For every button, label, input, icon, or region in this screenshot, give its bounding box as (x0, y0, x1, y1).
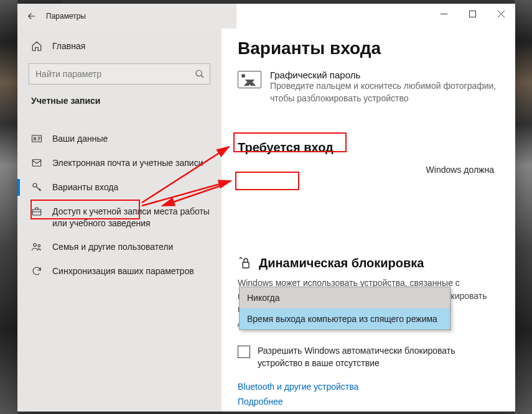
dropdown-option-never[interactable]: Никогда (240, 287, 450, 308)
checkbox-label: Разрешить Windows автоматически блокиров… (258, 345, 499, 369)
svg-rect-4 (32, 160, 41, 167)
sidebar-item-label: Синхронизация ваших параметров (52, 265, 210, 277)
window-controls (429, 4, 515, 24)
back-button[interactable] (17, 4, 46, 29)
link-bluetooth[interactable]: Bluetooth и другие устройства (238, 382, 499, 392)
person-card-icon (31, 133, 42, 144)
titlebar: Параметры (17, 4, 515, 29)
sidebar-item-email[interactable]: Электронная почта и учетные записи (17, 151, 222, 175)
home-button[interactable]: Главная (17, 34, 222, 58)
sidebar-item-your-info[interactable]: Ваши данные (17, 127, 222, 151)
dropdown-option-sleep[interactable]: Время выхода компьютера из спящего режим… (240, 308, 450, 329)
svg-rect-0 (469, 11, 475, 17)
svg-rect-9 (243, 262, 249, 268)
briefcase-icon (31, 206, 42, 217)
sidebar-item-label: Ваши данные (52, 133, 210, 145)
require-signin-trailtext: Windows должна (238, 165, 499, 175)
dynamic-lock-heading: Динамическая блокировка (259, 256, 424, 270)
app-title: Параметры (46, 12, 86, 21)
dynamic-lock-checkbox-row[interactable]: Разрешить Windows автоматически блокиров… (238, 345, 499, 369)
search-input[interactable] (35, 69, 195, 79)
home-label: Главная (52, 41, 85, 51)
settings-window: Параметры Главная Учетные записи Ваши да… (17, 4, 515, 412)
link-more[interactable]: Подробнее (238, 397, 499, 407)
page-title: Варианты входа (238, 39, 499, 58)
close-button[interactable] (487, 4, 515, 24)
checkbox[interactable] (238, 346, 250, 358)
svg-point-8 (38, 245, 40, 247)
sidebar-item-label: Варианты входа (52, 182, 210, 193)
search-box[interactable] (29, 63, 210, 85)
search-icon (195, 69, 205, 79)
svg-point-5 (33, 183, 37, 187)
picture-icon (238, 71, 261, 88)
picture-password-option[interactable]: Графический пароль Проведите пальцем и к… (238, 70, 499, 104)
nav-list: Ваши данные Электронная почта и учетные … (17, 127, 222, 283)
svg-rect-6 (32, 209, 41, 215)
maximize-button[interactable] (458, 4, 487, 24)
dynamic-lock-icon (238, 255, 253, 270)
sidebar-item-label: Доступ к учетной записи места работы или… (52, 206, 210, 229)
minimize-button[interactable] (429, 4, 458, 24)
sidebar-item-sync[interactable]: Синхронизация ваших параметров (17, 259, 222, 283)
mail-icon (31, 157, 42, 168)
svg-point-7 (34, 244, 37, 247)
people-icon (31, 241, 42, 252)
sidebar-item-signin-options[interactable]: Варианты входа (17, 175, 222, 200)
sync-icon (31, 265, 42, 277)
sidebar-item-label: Семья и другие пользователи (52, 241, 210, 253)
svg-point-1 (196, 70, 202, 76)
picture-password-desc: Проведите пальцем и коснитесь любимой фо… (270, 80, 499, 104)
sidebar: Главная Учетные записи Ваши данные Элект… (17, 29, 222, 412)
require-signin-heading: Требуется вход (238, 140, 334, 155)
svg-point-3 (34, 137, 36, 139)
section-title: Учетные записи (17, 93, 222, 112)
picture-password-title: Графический пароль (270, 70, 499, 80)
sidebar-item-work-access[interactable]: Доступ к учетной записи места работы или… (17, 200, 222, 236)
key-icon (31, 182, 42, 193)
home-icon (31, 40, 42, 52)
sidebar-item-family[interactable]: Семья и другие пользователи (17, 235, 222, 259)
sidebar-item-label: Электронная почта и учетные записи (52, 157, 210, 169)
main-content: Варианты входа Графический пароль Провед… (222, 29, 515, 412)
require-signin-dropdown[interactable]: Никогда Время выхода компьютера из спяще… (239, 287, 450, 330)
